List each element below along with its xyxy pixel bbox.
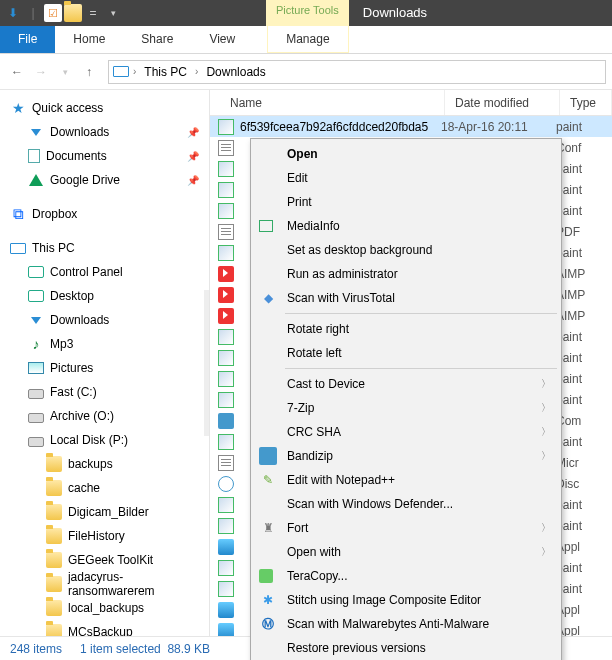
ctx-rotate-right[interactable]: Rotate right [253, 317, 559, 341]
tree-fast-c[interactable]: Fast (C:) [0, 380, 209, 404]
address-bar[interactable]: › This PC › Downloads [108, 60, 606, 84]
ctx-set-background[interactable]: Set as desktop background [253, 238, 559, 262]
breadcrumb-downloads[interactable]: Downloads [202, 63, 269, 81]
nav-row: ← → ▾ ↑ › This PC › Downloads [0, 54, 612, 90]
document-icon [218, 455, 234, 471]
ctx-mediainfo[interactable]: MediaInfo [253, 214, 559, 238]
ctx-crc-sha[interactable]: CRC SHA〉 [253, 420, 559, 444]
tab-manage[interactable]: Manage [267, 26, 348, 53]
column-type[interactable]: Type [560, 90, 612, 115]
tree-downloads[interactable]: Downloads📌 [0, 120, 209, 144]
qat-dropdown-icon[interactable]: ▾ [104, 4, 122, 22]
contextual-tab-label: Picture Tools [266, 0, 349, 26]
ctx-separator [285, 313, 557, 314]
ctx-bandizip[interactable]: Bandizip〉 [253, 444, 559, 468]
ctx-teracopy[interactable]: TeraCopy... [253, 564, 559, 588]
tree-filehistory[interactable]: FileHistory [0, 524, 209, 548]
ctx-run-admin[interactable]: Run as administrator [253, 262, 559, 286]
column-name[interactable]: Name [220, 90, 445, 115]
quick-access-toolbar: ⬇ | ☑ = ▾ [0, 0, 126, 26]
drive-icon [28, 413, 44, 423]
tree-mcsbackup[interactable]: MCsBackup [0, 620, 209, 636]
tree-quick-access[interactable]: ★Quick access [0, 96, 209, 120]
tree-google-drive[interactable]: Google Drive📌 [0, 168, 209, 192]
tree-dropbox[interactable]: ⧉Dropbox [0, 202, 209, 226]
application-icon [218, 623, 234, 637]
navigation-pane[interactable]: ★Quick access Downloads📌 Documents📌 Goog… [0, 90, 210, 636]
tree-label: This PC [32, 241, 75, 255]
ctx-open-with[interactable]: Open with〉 [253, 540, 559, 564]
image-icon [218, 119, 234, 135]
malwarebytes-icon: Ⓜ [259, 615, 277, 633]
tree-documents[interactable]: Documents📌 [0, 144, 209, 168]
tree-label: Documents [46, 149, 107, 163]
tree-label: Quick access [32, 101, 103, 115]
ctx-notepadpp[interactable]: ✎Edit with Notepad++ [253, 468, 559, 492]
pin-icon: 📌 [187, 127, 199, 138]
ctx-cast[interactable]: Cast to Device〉 [253, 372, 559, 396]
tab-file[interactable]: File [0, 26, 55, 53]
desktop-icon [28, 290, 44, 302]
tree-label: Downloads [50, 125, 109, 139]
tree-digicam[interactable]: Digicam_Bilder [0, 500, 209, 524]
tree-control-panel[interactable]: Control Panel [0, 260, 209, 284]
nav-up-button[interactable]: ↑ [78, 61, 100, 83]
ctx-print[interactable]: Print [253, 190, 559, 214]
tree-desktop[interactable]: Desktop [0, 284, 209, 308]
chevron-right-icon[interactable]: › [195, 66, 198, 77]
ctx-7zip[interactable]: 7-Zip〉 [253, 396, 559, 420]
ctx-open[interactable]: Open [253, 142, 559, 166]
nav-back-button[interactable]: ← [6, 61, 28, 83]
qat-folder-icon[interactable] [64, 4, 82, 22]
tab-home[interactable]: Home [55, 26, 123, 53]
ctx-fort[interactable]: ♜Fort〉 [253, 516, 559, 540]
tree-downloads-2[interactable]: Downloads [0, 308, 209, 332]
ctx-malwarebytes[interactable]: ⓂScan with Malwarebytes Anti-Malware [253, 612, 559, 636]
image-icon [218, 581, 234, 597]
tab-share[interactable]: Share [123, 26, 191, 53]
file-row[interactable]: 6f539fceea7b92af6cfddced20fbda518-Apr-16… [210, 116, 612, 137]
tree-mp3[interactable]: ♪Mp3 [0, 332, 209, 356]
tree-pictures[interactable]: Pictures [0, 356, 209, 380]
breadcrumb-this-pc[interactable]: This PC [140, 63, 191, 81]
tree-cache[interactable]: cache [0, 476, 209, 500]
file-name: 6f539fceea7b92af6cfddced20fbda5 [240, 120, 428, 134]
ctx-stitch[interactable]: ✱Stitch using Image Composite Editor [253, 588, 559, 612]
ctx-edit[interactable]: Edit [253, 166, 559, 190]
column-date[interactable]: Date modified [445, 90, 560, 115]
control-panel-icon [28, 266, 44, 278]
nav-forward-button[interactable]: → [30, 61, 52, 83]
chevron-right-icon[interactable]: › [133, 66, 136, 77]
qat-checkbox-icon[interactable]: ☑ [44, 4, 62, 22]
address-pc-icon [113, 64, 129, 80]
tree-this-pc[interactable]: This PC [0, 236, 209, 260]
tree-archive-o[interactable]: Archive (O:) [0, 404, 209, 428]
tree-jadacyrus[interactable]: jadacyrus-ransomwarerem [0, 572, 209, 596]
pin-icon: 📌 [187, 151, 199, 162]
tree-label: Archive (O:) [50, 409, 114, 423]
document-icon [28, 149, 40, 163]
ctx-rotate-left[interactable]: Rotate left [253, 341, 559, 365]
folder-icon [46, 552, 62, 568]
chevron-right-icon: 〉 [541, 401, 551, 415]
ctx-defender[interactable]: Scan with Windows Defender... [253, 492, 559, 516]
chevron-right-icon: 〉 [541, 545, 551, 559]
column-headers[interactable]: Name Date modified Type [210, 90, 612, 116]
qat-down-arrow-icon[interactable]: ⬇ [4, 4, 22, 22]
folder-icon [46, 600, 62, 616]
ctx-scan-virustotal[interactable]: ◆Scan with VirusTotal [253, 286, 559, 310]
tree-label: Desktop [50, 289, 94, 303]
tree-backups[interactable]: backups [0, 452, 209, 476]
audio-icon [218, 308, 234, 324]
mediainfo-icon [259, 220, 273, 232]
tree-local-backups[interactable]: local_backups [0, 596, 209, 620]
nav-recent-dropdown[interactable]: ▾ [54, 61, 76, 83]
tab-view[interactable]: View [191, 26, 253, 53]
stitch-icon: ✱ [259, 591, 277, 609]
folder-icon [46, 480, 62, 496]
ctx-restore-versions[interactable]: Restore previous versions [253, 636, 559, 660]
context-menu: Open Edit Print MediaInfo Set as desktop… [250, 138, 562, 660]
tree-gegeek[interactable]: GEGeek ToolKit [0, 548, 209, 572]
qat-eq-icon[interactable]: = [84, 4, 102, 22]
tree-local-disk-p[interactable]: Local Disk (P:) [0, 428, 209, 452]
